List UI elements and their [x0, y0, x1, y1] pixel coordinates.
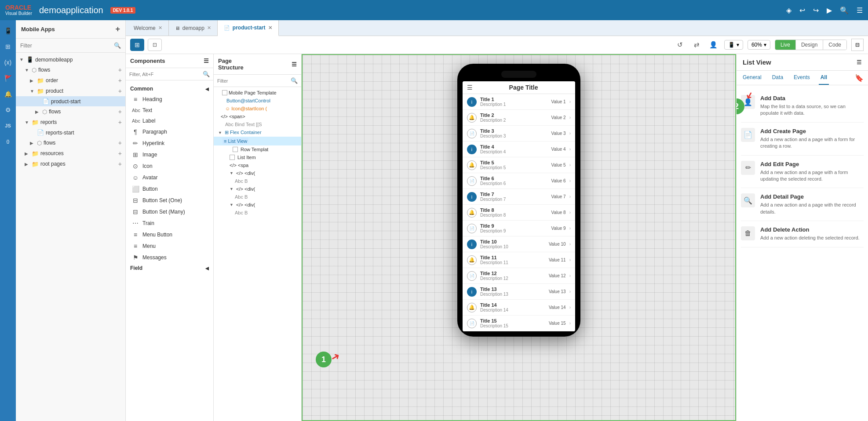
struct-flex-container[interactable]: ▼ ⊞ Flex Container [214, 128, 301, 137]
struct-div-3[interactable]: ▼ </> <div( [214, 201, 301, 209]
tree-item-demomobileapp[interactable]: ▼ 📱 demomobileapp [16, 54, 125, 65]
comp-icon[interactable]: ⊙ Icon [126, 160, 213, 172]
comp-text[interactable]: Abc Text [126, 105, 213, 116]
js-icon[interactable]: JS [1, 119, 15, 133]
panel-toggle-btn[interactable]: ⊟ [851, 39, 864, 51]
struct-abc-2[interactable]: Abc B [214, 193, 301, 201]
components-icon[interactable]: ⊞ [1, 40, 15, 54]
tree-item-reports[interactable]: ▼ 📁 reports + [16, 117, 125, 127]
location-icon[interactable]: ◈ [786, 6, 791, 15]
tab-product-start-close[interactable]: ✕ [268, 25, 272, 31]
code-mode-btn[interactable]: ⊡ [148, 39, 162, 51]
code-btn[interactable]: Code [823, 40, 846, 50]
json-icon[interactable]: {} [1, 134, 15, 149]
undo-icon[interactable]: ↩ [799, 6, 805, 15]
comp-paragraph[interactable]: ¶ Paragraph [126, 126, 213, 138]
redo-icon[interactable]: ↪ [813, 6, 819, 15]
tab-product-start[interactable]: 📄 product-start ✕ [218, 20, 279, 36]
tab-general[interactable]: General [741, 71, 763, 85]
design-mode-btn[interactable]: ⊞ [130, 39, 144, 51]
quick-action-add-create-page[interactable]: 📄 Add Create Page Add a new action and a… [741, 123, 864, 156]
menu-icon[interactable]: ☰ [857, 6, 863, 15]
tree-item-root-pages[interactable]: ▶ 📁 root pages + [16, 159, 125, 169]
comp-avatar[interactable]: ☺ Avatar [126, 172, 213, 183]
sidebar-add-icon[interactable]: + [115, 25, 120, 34]
zoom-select[interactable]: 60% ▾ [748, 40, 770, 50]
quick-action-add-edit-page[interactable]: ✏ Add Edit Page Add a new action and a p… [741, 156, 864, 189]
live-btn[interactable]: Live [775, 40, 796, 50]
comp-buttonset-many[interactable]: ⊟ Button Set (Many) [126, 206, 213, 218]
struct-abc-1[interactable]: Abc B [214, 177, 301, 185]
tab-demoapp[interactable]: 🖥 demoapp ✕ [169, 20, 218, 36]
design-btn[interactable]: Design [796, 40, 823, 50]
struct-list-item[interactable]: List Item [214, 153, 301, 161]
quick-action-add-detail-page[interactable]: 🔍 Add Detail Page Add a new action and a… [741, 188, 864, 221]
components-filter-input[interactable] [129, 72, 201, 77]
right-panel-menu-icon[interactable]: ☰ [857, 59, 862, 65]
list-row-chevron: › [569, 226, 571, 231]
tab-welcome[interactable]: Welcome ✕ [128, 20, 169, 36]
struct-row-template[interactable]: Row Templat [214, 145, 301, 153]
structure-filter-input[interactable] [217, 78, 289, 83]
settings-icon[interactable]: ⚙ [1, 103, 15, 117]
tree-item-flows-reports[interactable]: ▶ ⬡ flows + [16, 138, 125, 148]
play-icon[interactable]: ▶ [827, 6, 832, 15]
toolbar-right: ↺ ⇄ 👤 📱 ▾ 60% ▾ Live Design Code ⊟ [674, 39, 864, 51]
tree-item-resources[interactable]: ▶ 📁 resources + [16, 148, 125, 159]
quick-action-add-data[interactable]: 👤 Add Data Map the list to a data source… [741, 90, 864, 123]
tab-welcome-close[interactable]: ✕ [158, 25, 162, 31]
tab-demoapp-close[interactable]: ✕ [207, 25, 211, 31]
tree-item-reports-start[interactable]: 📄 reports-start [16, 127, 125, 138]
dev-badge: DEV 1.0.1 [110, 7, 136, 14]
sync-btn[interactable]: ⇄ [691, 39, 703, 51]
tree-item-product[interactable]: ▼ 📁 product + [16, 86, 125, 96]
reload-btn[interactable]: ↺ [674, 39, 686, 51]
top-bar-icons: ◈ ↩ ↪ ▶ 🔍 ☰ [786, 6, 863, 15]
flags-icon[interactable]: 🚩 [1, 71, 15, 85]
struct-span-1[interactable]: </> <span> [214, 113, 301, 120]
structure-menu-icon[interactable]: ☰ [292, 61, 297, 68]
sidebar-filter-input[interactable] [20, 43, 111, 49]
tab-extra-icon[interactable]: 🔖 [855, 74, 864, 82]
comp-image[interactable]: ⊞ Image [126, 149, 213, 160]
struct-button-startcontrol[interactable]: Button@startControl [214, 97, 301, 105]
search-icon[interactable]: 🔍 [840, 6, 849, 15]
struct-mobile-template[interactable]: Mobile Page Template [214, 89, 301, 97]
list-row-icon: i [467, 287, 477, 297]
struct-abc-3[interactable]: Abc B [214, 209, 301, 217]
comp-label[interactable]: Abc Label [126, 116, 213, 126]
comp-heading[interactable]: ≡ Heading [126, 94, 213, 105]
device-select[interactable]: 📱 ▾ [724, 40, 743, 50]
variables-icon[interactable]: (x) [1, 55, 15, 69]
tab-all[interactable]: All [819, 71, 829, 85]
events-icon[interactable]: 🔔 [1, 87, 15, 101]
button-icon: ⬜ [132, 185, 139, 192]
comp-train[interactable]: ⋯ Train [126, 218, 213, 229]
components-menu-icon[interactable]: ☰ [204, 58, 209, 64]
structure-filter[interactable]: 🔍 [214, 75, 301, 87]
user-btn[interactable]: 👤 [708, 39, 720, 51]
list-row-desc: Description 6 [480, 181, 547, 186]
tab-data[interactable]: Data [770, 71, 785, 85]
struct-list-view[interactable]: ≡ List View [214, 137, 301, 145]
comp-menu-button[interactable]: ≡ Menu Button [126, 229, 213, 240]
struct-div-1[interactable]: ▼ </> <div( [214, 169, 301, 177]
comp-hyperlink[interactable]: ✏ Hyperlink [126, 138, 213, 149]
tab-events[interactable]: Events [792, 71, 812, 85]
comp-messages[interactable]: ⚑ Messages [126, 252, 213, 263]
tree-item-order[interactable]: ▶ 📁 order + [16, 75, 125, 86]
mobile-apps-icon[interactable]: 📱 [1, 24, 15, 38]
struct-div-2[interactable]: ▼ </> <div( [214, 185, 301, 193]
components-filter[interactable]: 🔍 [126, 68, 213, 80]
struct-bindtext[interactable]: Abc Bind Text [[S [214, 120, 301, 128]
sidebar-filter[interactable]: 🔍 [16, 39, 125, 53]
comp-menu[interactable]: ≡ Menu [126, 240, 213, 252]
tree-item-product-start[interactable]: 📄 product-start [16, 96, 125, 106]
quick-action-add-delete-action[interactable]: 🗑 Add Delete Action Add a new action del… [741, 221, 864, 247]
tree-item-flows-product[interactable]: ▶ ⬡ flows + [16, 106, 125, 117]
struct-span-2[interactable]: </> <spa [214, 161, 301, 169]
comp-button[interactable]: ⬜ Button [126, 183, 213, 195]
comp-buttonset-one[interactable]: ⊟ Button Set (One) [126, 195, 213, 206]
tree-item-flows-1[interactable]: ▼ ⬡ flows + [16, 65, 125, 75]
struct-icon-starticon[interactable]: ☺ Icon@startIcon ( [214, 105, 301, 113]
